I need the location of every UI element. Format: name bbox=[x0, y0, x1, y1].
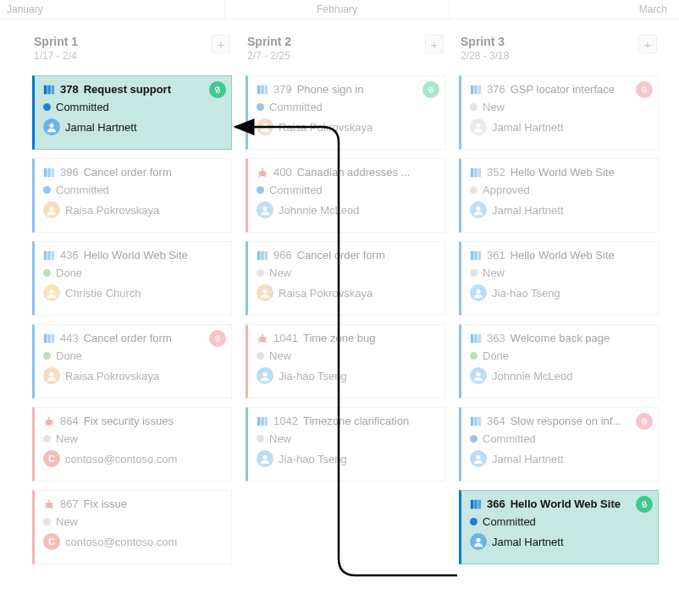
link-icon[interactable] bbox=[209, 330, 226, 347]
avatar: C bbox=[43, 533, 60, 550]
column-header: Sprint 3 2/28 - 3/18 + bbox=[459, 33, 659, 67]
svg-rect-12 bbox=[44, 333, 47, 343]
work-item-card[interactable]: 1042 Timezone clarification New Jia-hao … bbox=[246, 407, 445, 481]
svg-rect-13 bbox=[47, 333, 51, 343]
work-item-title: Timezone clarification bbox=[303, 415, 409, 427]
work-item-state: New bbox=[483, 267, 505, 279]
assignee-name: contoso@contoso.com bbox=[65, 536, 177, 548]
work-item-card[interactable]: 361 Hello World Web Site New Jia-hao Tse… bbox=[459, 241, 659, 316]
work-item-id: 364 bbox=[487, 415, 505, 427]
work-item-card[interactable]: 867 Fix issue New C contoso@contoso.com bbox=[32, 490, 232, 564]
work-item-card[interactable]: 966 Cancel order form New Raisa Pokrovsk… bbox=[246, 241, 445, 316]
svg-point-69 bbox=[476, 206, 480, 211]
backlog-item-icon bbox=[43, 167, 55, 179]
svg-rect-50 bbox=[262, 333, 263, 336]
svg-line-18 bbox=[46, 420, 47, 421]
work-item-card[interactable]: 352 Hello World Web Site Approved Jamal … bbox=[459, 158, 659, 233]
add-card-button[interactable]: + bbox=[638, 35, 657, 53]
work-item-card[interactable]: 366 Hello World Web Site Committed Jamal… bbox=[459, 490, 659, 564]
sprint-title: Sprint 3 bbox=[461, 35, 509, 48]
svg-point-48 bbox=[262, 289, 267, 294]
assignee-name: Jia-hao Tseng bbox=[492, 287, 560, 300]
add-card-button[interactable]: + bbox=[425, 35, 444, 53]
work-item-state: New bbox=[56, 432, 78, 445]
avatar bbox=[257, 284, 273, 301]
svg-point-3 bbox=[49, 124, 53, 128]
work-item-id: 1042 bbox=[273, 415, 298, 427]
work-item-card[interactable]: 376 GSP locator interface New Jamal Hart… bbox=[459, 75, 659, 150]
work-item-title: Request support bbox=[84, 83, 171, 96]
work-item-title: Canadian addresses ... bbox=[297, 166, 411, 179]
work-item-card[interactable]: 378 Request support Committed Jamal Hart… bbox=[32, 75, 232, 150]
link-icon[interactable] bbox=[636, 81, 653, 98]
bug-icon bbox=[43, 498, 55, 510]
svg-rect-1 bbox=[47, 85, 51, 94]
svg-rect-70 bbox=[471, 250, 474, 260]
bug-icon bbox=[257, 333, 268, 344]
work-item-card[interactable]: 379 Phone sign in Committed Raisa Pokrov… bbox=[246, 75, 445, 150]
month-label: March bbox=[450, 0, 679, 19]
svg-rect-17 bbox=[48, 416, 50, 419]
work-item-id: 864 bbox=[60, 415, 79, 427]
svg-line-31 bbox=[52, 507, 53, 509]
svg-rect-82 bbox=[471, 499, 474, 509]
svg-point-7 bbox=[49, 206, 53, 211]
svg-point-65 bbox=[476, 124, 480, 128]
work-item-id: 396 bbox=[60, 166, 79, 179]
state-indicator-icon bbox=[470, 435, 478, 443]
backlog-item-icon bbox=[257, 415, 268, 427]
assignee-name: Jamal Hartnett bbox=[492, 121, 564, 134]
backlog-item-icon bbox=[43, 250, 55, 261]
svg-line-55 bbox=[259, 341, 261, 343]
sprint-dates: 2/28 - 3/18 bbox=[461, 50, 509, 62]
work-item-title: Cancel order form bbox=[84, 332, 172, 344]
avatar bbox=[43, 118, 60, 135]
link-icon[interactable] bbox=[422, 81, 439, 98]
work-item-card[interactable]: 396 Cancel order form Committed Raisa Po… bbox=[32, 158, 232, 233]
add-card-button[interactable]: + bbox=[212, 35, 230, 53]
work-item-card[interactable]: 364 Slow response on inf... Committed Ja… bbox=[459, 407, 659, 481]
svg-rect-83 bbox=[474, 499, 478, 509]
work-item-id: 361 bbox=[487, 249, 505, 261]
avatar bbox=[470, 201, 487, 218]
assignee-name: Jamal Hartnett bbox=[492, 536, 564, 548]
svg-rect-78 bbox=[471, 416, 474, 426]
link-icon[interactable] bbox=[636, 413, 653, 430]
svg-rect-75 bbox=[474, 333, 478, 343]
assignee-name: Christie Church bbox=[65, 287, 141, 300]
backlog-item-icon bbox=[257, 84, 268, 96]
svg-rect-2 bbox=[52, 85, 55, 94]
state-indicator-icon bbox=[43, 103, 51, 111]
state-indicator-icon bbox=[470, 269, 478, 277]
link-icon[interactable] bbox=[636, 496, 653, 513]
svg-rect-80 bbox=[478, 416, 482, 426]
svg-line-52 bbox=[265, 337, 267, 338]
work-item-title: Hello World Web Site bbox=[511, 249, 615, 261]
assignee-name: Jia-hao Tseng bbox=[279, 370, 347, 382]
svg-rect-33 bbox=[261, 85, 264, 94]
work-item-card[interactable]: 864 Fix security issues New C contoso@co… bbox=[32, 407, 232, 481]
work-item-card[interactable]: 400 Canadian addresses ... Committed Joh… bbox=[246, 158, 445, 233]
assignee-name: Johnnie McLeod bbox=[492, 370, 572, 382]
work-item-state: Done bbox=[56, 267, 82, 279]
work-item-state: Committed bbox=[483, 515, 536, 528]
avatar bbox=[470, 284, 487, 301]
link-icon[interactable] bbox=[209, 81, 226, 98]
svg-rect-5 bbox=[47, 168, 51, 177]
svg-rect-74 bbox=[471, 333, 474, 343]
work-item-card[interactable]: 436 Hello World Web Site Done Christie C… bbox=[32, 241, 232, 316]
svg-rect-6 bbox=[52, 168, 55, 177]
work-item-card[interactable]: 1041 Time zone bug New Jia-hao Tseng bbox=[246, 324, 445, 399]
work-item-state: New bbox=[269, 349, 291, 362]
svg-point-85 bbox=[476, 538, 480, 542]
assignee-name: Jamal Hartnett bbox=[65, 121, 137, 134]
svg-rect-67 bbox=[474, 168, 478, 177]
work-item-card[interactable]: 443 Cancel order form Done Raisa Pokrovs… bbox=[32, 324, 232, 399]
state-indicator-icon bbox=[470, 518, 478, 525]
svg-rect-4 bbox=[44, 168, 47, 177]
state-indicator-icon bbox=[257, 435, 264, 443]
work-item-id: 867 bbox=[60, 498, 79, 510]
work-item-state: Committed bbox=[56, 101, 109, 113]
work-item-card[interactable]: 363 Welcome back page Done Johnnie McLeo… bbox=[459, 324, 659, 399]
avatar bbox=[43, 367, 60, 384]
